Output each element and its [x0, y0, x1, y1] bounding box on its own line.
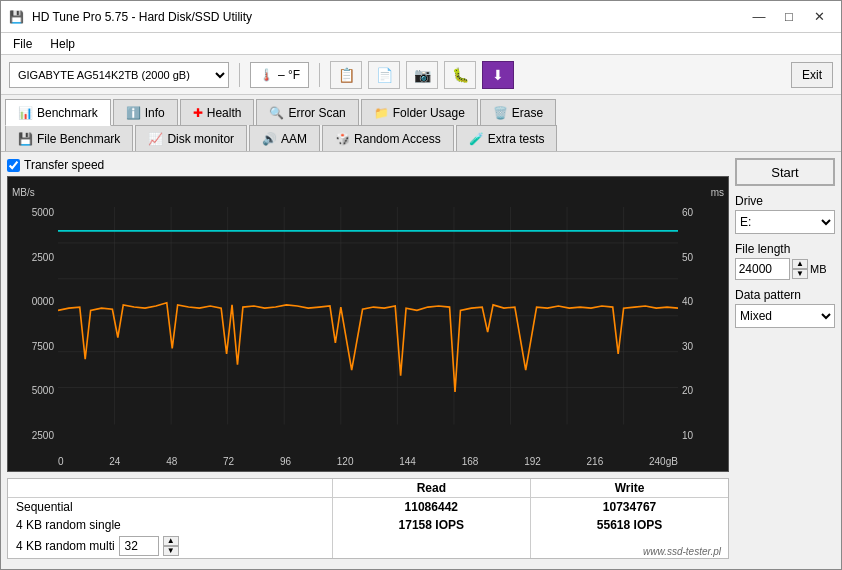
- queue-depth-down[interactable]: ▼: [163, 546, 179, 556]
- data-pattern-label: Data pattern: [735, 288, 835, 302]
- maximize-button[interactable]: □: [775, 6, 803, 28]
- data-pattern-section: Data pattern Mixed Random 0x00 0xFF: [735, 288, 835, 328]
- x-axis: 0 24 48 72 96 120 144 168 192 216 240gB: [58, 456, 678, 467]
- y-label-2: 0000: [32, 296, 54, 307]
- transfer-speed-label: Transfer speed: [24, 158, 104, 172]
- chart-canvas-area: [58, 207, 678, 441]
- ms-label-30: 30: [682, 341, 693, 352]
- extratests-icon: 🧪: [469, 132, 484, 146]
- row1-write: 10734767: [531, 498, 728, 517]
- toolbar-btn-4[interactable]: 🐛: [444, 61, 476, 89]
- y-label-0: 5000: [32, 207, 54, 218]
- menu-file[interactable]: File: [5, 35, 40, 53]
- folderusage-icon: 📁: [374, 106, 389, 120]
- stats-table: Read Write Sequential 11086442 10734767 …: [7, 478, 729, 559]
- tab-extra-tests[interactable]: 🧪 Extra tests: [456, 125, 558, 151]
- file-length-spinner: ▲ ▼: [792, 259, 808, 279]
- x-label-192: 192: [524, 456, 541, 467]
- x-label-0: 0: [58, 456, 64, 467]
- y-label-5: 2500: [32, 430, 54, 441]
- x-label-48: 48: [166, 456, 177, 467]
- file-length-input[interactable]: [735, 258, 790, 280]
- col-header-empty: [8, 479, 332, 498]
- aam-icon: 🔊: [262, 132, 277, 146]
- data-pattern-select[interactable]: Mixed Random 0x00 0xFF: [735, 304, 835, 328]
- chart-section: Transfer speed MB/s ms 5000 2500 0000 75…: [7, 158, 729, 563]
- mb-unit-label: MB: [810, 263, 827, 275]
- table-row: 4 KB random single 17158 IOPS 55618 IOPS: [8, 516, 728, 534]
- tab-health[interactable]: ✚ Health: [180, 99, 255, 125]
- exit-button[interactable]: Exit: [791, 62, 833, 88]
- file-length-up[interactable]: ▲: [792, 259, 808, 269]
- ms-label-40: 40: [682, 296, 693, 307]
- tab-file-benchmark[interactable]: 💾 File Benchmark: [5, 125, 133, 151]
- toolbar-btn-1[interactable]: 📋: [330, 61, 362, 89]
- y-axis-left: 5000 2500 0000 7500 5000 2500: [8, 207, 58, 441]
- drive-panel-label: Drive: [735, 194, 835, 208]
- row3-label: 4 KB random multi ▲ ▼: [8, 534, 332, 558]
- tab-aam[interactable]: 🔊 AAM: [249, 125, 320, 151]
- tab-info[interactable]: ℹ️ Info: [113, 99, 178, 125]
- filebenchmark-icon: 💾: [18, 132, 33, 146]
- file-length-panel-label: File length: [735, 242, 835, 256]
- watermark: www.ssd-tester.pl: [643, 546, 721, 557]
- benchmark-chart: MB/s ms 5000 2500 0000 7500 5000 2500 60…: [7, 176, 729, 472]
- window-title: HD Tune Pro 5.75 - Hard Disk/SSD Utility: [32, 10, 252, 24]
- file-length-section: File length ▲ ▼ MB: [735, 242, 835, 280]
- chart-svg: [58, 207, 678, 425]
- title-bar: 💾 HD Tune Pro 5.75 - Hard Disk/SSD Utili…: [1, 1, 841, 33]
- ms-label-50: 50: [682, 252, 693, 263]
- x-label-216: 216: [587, 456, 604, 467]
- transfer-speed-checkbox[interactable]: [7, 159, 20, 172]
- table-row: 4 KB random multi ▲ ▼: [8, 534, 728, 558]
- file-length-input-row: ▲ ▼ MB: [735, 258, 835, 280]
- toolbar-btn-3[interactable]: 📷: [406, 61, 438, 89]
- col-header-read: Read: [332, 479, 531, 498]
- drive-section: Drive E:: [735, 194, 835, 234]
- multi-queue-depth-input[interactable]: [119, 536, 159, 556]
- minimize-button[interactable]: —: [745, 6, 773, 28]
- y-axis-right: 60 50 40 30 20 10: [678, 207, 728, 441]
- queue-depth-up[interactable]: ▲: [163, 536, 179, 546]
- ms-label-20: 20: [682, 385, 693, 396]
- randomaccess-icon: 🎲: [335, 132, 350, 146]
- results-table: Read Write Sequential 11086442 10734767 …: [8, 479, 728, 558]
- tabs-row1: 📊 Benchmark ℹ️ Info ✚ Health 🔍 Error Sca…: [1, 95, 841, 125]
- x-label-168: 168: [462, 456, 479, 467]
- tab-benchmark[interactable]: 📊 Benchmark: [5, 99, 111, 126]
- main-window: 💾 HD Tune Pro 5.75 - Hard Disk/SSD Utili…: [0, 0, 842, 570]
- y-label-3: 7500: [32, 341, 54, 352]
- row2-write: 55618 IOPS: [531, 516, 728, 534]
- thermometer-icon: 🌡️: [259, 68, 274, 82]
- tab-random-access[interactable]: 🎲 Random Access: [322, 125, 454, 151]
- unit-label-mbs: MB/s: [12, 187, 35, 198]
- tab-folder-usage[interactable]: 📁 Folder Usage: [361, 99, 478, 125]
- temperature-display: 🌡️ – °F: [250, 62, 309, 88]
- toolbar-btn-5[interactable]: ⬇: [482, 61, 514, 89]
- errorscan-icon: 🔍: [269, 106, 284, 120]
- toolbar-separator: [239, 63, 240, 87]
- drive-select[interactable]: GIGABYTE AG514K2TB (2000 gB): [9, 62, 229, 88]
- close-button[interactable]: ✕: [805, 6, 833, 28]
- row1-label: Sequential: [8, 498, 332, 517]
- menu-bar: File Help: [1, 33, 841, 55]
- row3-read: [332, 534, 531, 558]
- toolbar-separator-2: [319, 63, 320, 87]
- right-panel: Start Drive E: File length ▲ ▼ MB: [735, 158, 835, 563]
- menu-help[interactable]: Help: [42, 35, 83, 53]
- tab-erase[interactable]: 🗑️ Erase: [480, 99, 556, 125]
- drive-panel-select[interactable]: E:: [735, 210, 835, 234]
- start-button[interactable]: Start: [735, 158, 835, 186]
- file-length-down[interactable]: ▼: [792, 269, 808, 279]
- x-label-120: 120: [337, 456, 354, 467]
- tab-disk-monitor[interactable]: 📈 Disk monitor: [135, 125, 247, 151]
- diskmonitor-icon: 📈: [148, 132, 163, 146]
- title-bar-buttons: — □ ✕: [745, 6, 833, 28]
- x-label-24: 24: [109, 456, 120, 467]
- transfer-speed-toggle: Transfer speed: [7, 158, 729, 172]
- tab-error-scan[interactable]: 🔍 Error Scan: [256, 99, 358, 125]
- toolbar-btn-2[interactable]: 📄: [368, 61, 400, 89]
- erase-icon: 🗑️: [493, 106, 508, 120]
- y-label-4: 5000: [32, 385, 54, 396]
- info-icon: ℹ️: [126, 106, 141, 120]
